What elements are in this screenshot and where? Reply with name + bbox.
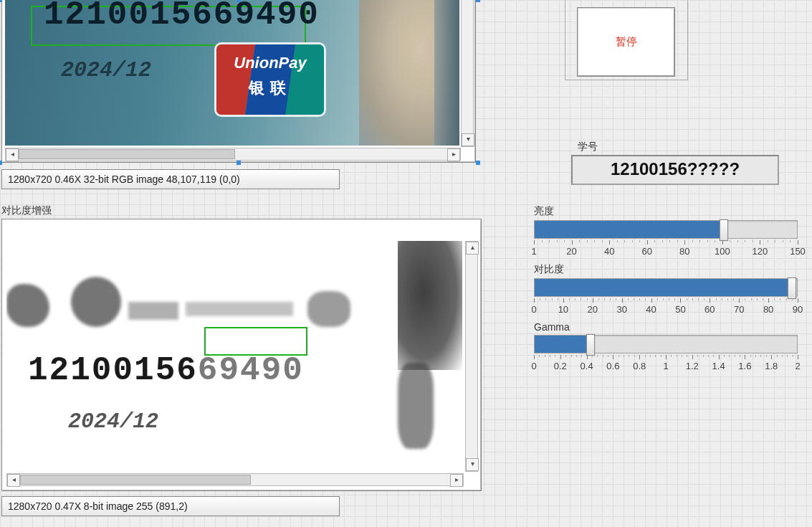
contrast-info-text: 1280x720 0.47X 8-bit image 255 (891,2): [8, 500, 188, 512]
resize-handle-ne[interactable]: [476, 0, 480, 2]
card-number-text: 1210015669490: [44, 0, 320, 34]
contrast-slider[interactable]: [534, 278, 798, 297]
contrast-thumb[interactable]: [788, 277, 796, 299]
scroll-left-icon[interactable]: ◂: [6, 148, 19, 161]
resize-handle-s[interactable]: [237, 161, 241, 165]
brightness-label: 亮度: [534, 205, 798, 218]
contrast-vscrollbar[interactable]: ▴ ▾: [465, 241, 478, 472]
gamma-label: Gamma: [534, 321, 798, 333]
source-vscrollbar[interactable]: ▴ ▾: [461, 0, 474, 147]
gamma-fill: [535, 336, 590, 353]
brightness-thumb[interactable]: [720, 219, 728, 241]
contrast-number-text: 1210015669490: [28, 352, 304, 389]
contrast-section-label: 对比度增强: [1, 204, 52, 217]
brightness-fill: [535, 221, 723, 238]
contrast-image-viewport[interactable]: 1210015669490 2024/12: [6, 241, 462, 470]
card-edge-shadow: [434, 0, 459, 146]
id-display: 12100156?????: [571, 155, 779, 185]
brightness-slider-group: 亮度 120406080100120150: [534, 205, 798, 260]
gamma-thumb[interactable]: [586, 334, 595, 356]
contrast-hscrollbar[interactable]: ◂ ▸: [6, 473, 464, 486]
hscroll-thumb[interactable]: [20, 475, 251, 485]
unionpay-subtext: 银联: [224, 77, 317, 99]
scroll-down-icon[interactable]: ▾: [462, 133, 474, 146]
dark-region: [398, 241, 462, 370]
brightness-ticks: 120406080100120150: [534, 240, 798, 260]
brightness-slider[interactable]: [534, 220, 798, 239]
pause-button-label: 暂停: [616, 35, 637, 49]
scroll-down-icon[interactable]: ▾: [466, 458, 479, 471]
gamma-ticks: 00.20.40.60.811.21.41.61.82: [534, 355, 798, 375]
pause-button[interactable]: 暂停: [577, 7, 675, 77]
contrast-label: 对比度: [534, 263, 798, 276]
source-image-viewport[interactable]: 1210015669490 2024/12 UnionPay 银联: [5, 0, 459, 146]
contrast-date-text: 2024/12: [68, 409, 158, 434]
scroll-right-icon[interactable]: ▸: [450, 474, 463, 487]
contrast-image: 1210015669490 2024/12: [6, 241, 462, 470]
source-info-text: 1280x720 0.46X 32-bit RGB image 48,107,1…: [8, 174, 240, 185]
id-label: 学号: [578, 141, 598, 153]
resize-handle-nw[interactable]: [0, 0, 2, 2]
contrast-ticks: 0102030405060708090: [534, 298, 798, 318]
source-image-panel: 1210015669490 2024/12 UnionPay 银联 ▴ ▾ ◂ …: [1, 0, 476, 163]
contrast-slider-group: 对比度 0102030405060708090: [534, 263, 798, 318]
source-hscrollbar[interactable]: ◂ ▸: [5, 148, 461, 161]
unionpay-text: UnionPay: [224, 54, 317, 72]
scroll-left-icon[interactable]: ◂: [7, 474, 20, 487]
resize-handle-n[interactable]: [237, 0, 241, 2]
contrast-image-panel: 1210015669490 2024/12 ▴ ▾ ◂ ▸: [1, 219, 482, 491]
resize-handle-se[interactable]: [476, 161, 480, 165]
scroll-up-icon[interactable]: ▴: [466, 242, 479, 255]
contrast-fill: [535, 279, 791, 296]
gamma-slider[interactable]: [534, 335, 798, 353]
source-image-info: 1280x720 0.46X 32-bit RGB image 48,107,1…: [1, 169, 340, 189]
resize-handle-sw[interactable]: [0, 161, 2, 165]
gamma-slider-group: Gamma 00.20.40.60.811.21.41.61.82: [534, 321, 798, 375]
contrast-image-info: 1280x720 0.47X 8-bit image 255 (891,2): [1, 496, 340, 516]
hscroll-thumb[interactable]: [19, 149, 235, 159]
ocr-detection-box-2: [204, 327, 307, 356]
card-image: 1210015669490 2024/12 UnionPay 银联: [5, 0, 459, 146]
id-value: 12100156?????: [611, 159, 740, 179]
card-expiry-text: 2024/12: [61, 58, 151, 82]
scroll-right-icon[interactable]: ▸: [447, 148, 460, 161]
